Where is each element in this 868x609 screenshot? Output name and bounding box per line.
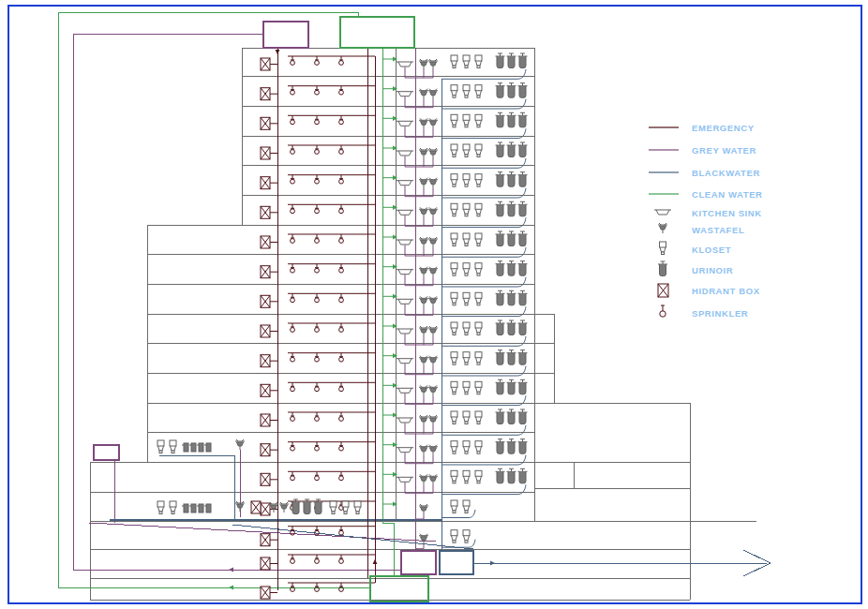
floor-row: [261, 468, 528, 494]
floor-row: [261, 409, 528, 435]
floor-row: [261, 172, 528, 198]
floor-row: [261, 290, 528, 316]
floor-row: [261, 350, 528, 376]
floor-row: [261, 83, 528, 109]
riser-diagram: [0, 0, 868, 609]
floor-row: [261, 201, 528, 227]
water-tanks: [94, 17, 473, 602]
pipe-network: [58, 12, 771, 590]
floor-fixtures: [157, 50, 528, 599]
floor-row: [261, 112, 528, 138]
floor-row: [261, 53, 528, 79]
floor-row: [261, 261, 528, 287]
floor-row: [261, 231, 528, 257]
floor-row: [261, 439, 528, 465]
floor-row: [261, 320, 528, 346]
cad-sheet: EMERGENCYGREY WATERBLACKWATERCLEAN WATER…: [0, 0, 868, 609]
wing-13: [157, 439, 245, 453]
floor-row: [261, 142, 528, 168]
wing-15: [157, 499, 361, 514]
floor-row: [261, 379, 528, 405]
